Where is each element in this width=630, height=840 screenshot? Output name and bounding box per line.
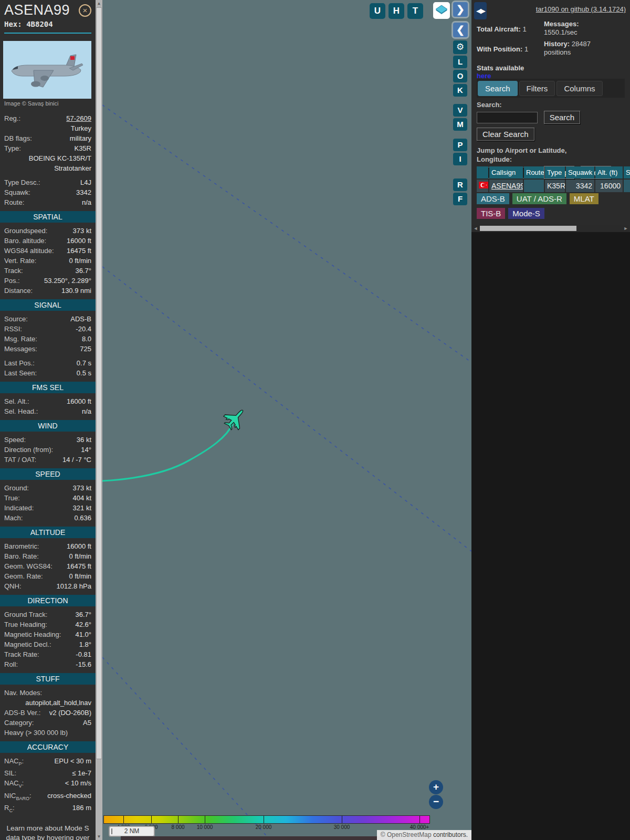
row-label: Source: <box>4 315 28 323</box>
row-label: Pos.: <box>4 277 20 285</box>
callsign-link[interactable]: ASENA99 <box>491 182 523 190</box>
map-toggle-f[interactable]: F <box>453 193 467 205</box>
tab-search[interactable]: Search <box>478 81 518 96</box>
map[interactable]: UHT ❯ ❮ ⚙ LOKVMPIRF 4 0006 0008 00010 00… <box>102 0 471 840</box>
row-label: Direction (from): <box>4 446 53 454</box>
row-value: Stratotanker <box>4 164 91 173</box>
tab-filters[interactable]: Filters <box>519 81 555 96</box>
badge-uat-ads-r[interactable]: UAT / ADS-R <box>512 193 566 204</box>
column-header-altft[interactable]: Alt. (ft) <box>595 166 623 178</box>
row-value: 16475 ft <box>57 247 91 255</box>
sidebar-toggle-button[interactable]: ◀▶ <box>474 2 487 19</box>
column-header-squawk[interactable]: Squawk <box>566 166 594 178</box>
detail-sections: Reg.:57-2609TurkeyDB flags:militaryType:… <box>0 113 96 815</box>
data-row: Stratotanker <box>0 163 96 173</box>
scroll-left-icon[interactable]: ◄ <box>472 225 479 232</box>
row-value: A5 <box>37 719 91 727</box>
map-toggle-i[interactable]: I <box>453 153 467 165</box>
hscroll-thumb[interactable] <box>480 226 576 231</box>
data-row: DB flags:military <box>0 133 96 143</box>
badge-ads-b[interactable]: ADS-B <box>477 193 509 204</box>
column-header-type[interactable]: Type <box>545 166 565 178</box>
search-input[interactable] <box>477 112 538 123</box>
cell-callsign: ASENA99 <box>489 180 523 192</box>
version-link[interactable]: tar1090 on github (3.14.1724) <box>536 5 626 13</box>
data-row: Baro. altitude:16000 ft <box>0 236 96 246</box>
row-value: military <box>35 134 91 143</box>
data-row: Pos.:53.250°, 2.289° <box>0 276 96 286</box>
scrollbar-thumb[interactable] <box>96 7 102 759</box>
button-group: RF <box>453 178 468 205</box>
data-row: Heavy (> 300 000 lb) <box>0 728 96 738</box>
turkey-flag-icon <box>479 182 488 188</box>
row-label: ADS-B Ver.: <box>4 709 40 717</box>
scroll-up-icon[interactable]: ▲ <box>96 0 102 7</box>
zoom-in-button[interactable]: + <box>429 780 443 794</box>
row-label: Track Rate: <box>4 650 39 659</box>
row-label: Heavy (> 300 000 lb) <box>4 729 68 737</box>
history-label: History: <box>544 40 570 48</box>
zoom-out-button[interactable]: − <box>429 795 443 809</box>
cell-type: K35R <box>545 180 565 192</box>
row-value: 130.9 nmi <box>36 287 91 295</box>
row-label: NACV: <box>4 779 24 790</box>
table-horizontal-scrollbar[interactable]: ◄ ► <box>472 225 629 232</box>
map-toggle-k[interactable]: K <box>453 84 467 97</box>
column-header-speed[interactable]: Speed <box>624 166 630 178</box>
stats-available-label: Stats available <box>477 64 524 72</box>
row-label: RC: <box>4 804 15 815</box>
row-value: 1012.8 hPa <box>25 582 92 591</box>
scale-label: 2 NM <box>124 827 140 835</box>
clear-search-button[interactable]: Clear Search <box>477 128 534 141</box>
left-panel-scrollbar[interactable]: ▲ ▼ <box>96 0 102 840</box>
map-button-t[interactable]: T <box>407 3 423 19</box>
badge-mode-s[interactable]: Mode-S <box>508 208 544 219</box>
row-label: Route: <box>4 198 24 207</box>
table-row[interactable]: ASENA99K35R334216000 <box>477 180 630 192</box>
search-button[interactable]: Search <box>544 111 581 124</box>
collapse-left-panel-button[interactable]: ❮ <box>453 23 468 37</box>
layers-button[interactable] <box>433 2 450 19</box>
column-header-callsign[interactable]: Callsign <box>489 166 523 178</box>
aircraft-marker[interactable] <box>220 404 250 434</box>
flight-trail <box>102 423 233 481</box>
map-toggle-v[interactable]: V <box>453 104 467 117</box>
row-label: Category: <box>4 719 34 727</box>
row-value: 8.0 <box>40 335 91 343</box>
row-label: Distance: <box>4 287 33 295</box>
column-header-route[interactable]: Route <box>524 166 544 178</box>
search-label: Search: <box>477 101 628 109</box>
map-toggle-p[interactable]: P <box>453 139 467 151</box>
row-value: 36 kt <box>29 436 91 444</box>
mode-s-hint: Learn more about Mode S data type by hov… <box>0 824 96 840</box>
map-toggle-o[interactable]: O <box>453 70 467 82</box>
close-icon[interactable]: × <box>79 4 91 17</box>
with-position-label: With Position: <box>477 45 522 53</box>
row-value: 3342 <box>34 188 91 197</box>
collapse-right-panel-button[interactable]: ❯ <box>453 2 468 17</box>
map-button-u[interactable]: U <box>370 3 385 19</box>
data-row: Nav. Modes: <box>0 688 96 698</box>
data-row: Sel. Head.:n/a <box>0 406 96 416</box>
osm-link[interactable]: © OpenStreetMap <box>381 831 432 838</box>
data-row: Messages:725 <box>0 344 96 354</box>
row-label: Messages: <box>4 345 37 353</box>
badge-tis-b[interactable]: TIS-B <box>477 208 505 219</box>
map-toggle-l[interactable]: L <box>453 56 467 68</box>
settings-button[interactable]: ⚙ <box>453 40 467 54</box>
column-header-flag[interactable] <box>477 166 488 178</box>
row-label: Nav. Modes: <box>4 689 42 697</box>
row-value[interactable]: 57-2609 <box>24 114 91 123</box>
badge-mlat[interactable]: MLAT <box>570 193 598 204</box>
scroll-right-icon[interactable]: ► <box>623 225 629 232</box>
scroll-down-icon[interactable]: ▼ <box>96 833 102 840</box>
tab-columns[interactable]: Columns <box>556 81 602 96</box>
map-button-h[interactable]: H <box>388 3 404 19</box>
aircraft-photo[interactable] <box>3 41 91 99</box>
detail-header: ASENA99 × Hex: 4B8204 <box>0 0 96 34</box>
cell-squawk: 3342 <box>566 180 594 192</box>
map-toggle-m[interactable]: M <box>453 118 467 131</box>
row-label: Ground: <box>4 484 29 492</box>
altitude-tick <box>151 816 152 823</box>
map-toggle-r[interactable]: R <box>453 178 467 191</box>
